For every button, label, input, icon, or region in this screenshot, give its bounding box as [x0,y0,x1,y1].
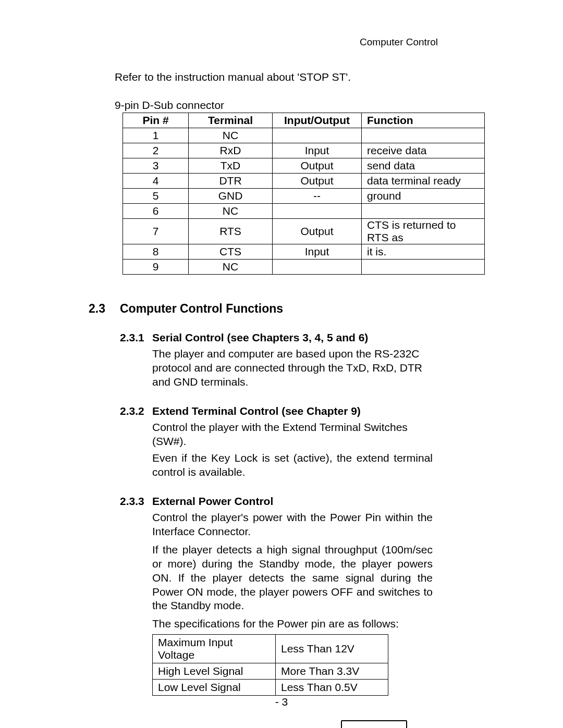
paragraph: The player and computer are based upon t… [152,347,433,389]
pin-table: Pin # Terminal Input/Output Function 1NC… [123,113,485,275]
table-caption: 9-pin D-Sub connector [115,99,500,112]
subsection-number: 2.3.3 [120,495,152,508]
table-row: Low Level SignalLess Than 0.5V [153,680,388,696]
paragraph: Control the player with the Extend Termi… [152,421,433,449]
intro-text: Refer to the instruction manual about 'S… [115,71,500,83]
table-row: 7RTSOutputCTS is returned to RTS as [123,219,485,244]
subsection-heading: 2.3.2 Extend Terminal Control (see Chapt… [120,405,500,417]
th-term: Terminal [189,113,273,128]
subsection-heading: 2.3.3 External Power Control [120,495,500,508]
table-row: 1NC [123,128,485,143]
section-heading: 2.3 Computer Control Functions [89,302,500,316]
spec-table: Maximum Input VoltageLess Than 12V High … [152,634,388,696]
pulse-diagram-icon: Standby mode more than 100 msec Power ON [156,715,500,728]
subsection-heading: 2.3.1 Serial Control (see Chapters 3, 4,… [120,331,500,344]
table-row: High Level SignalMore Than 3.3V [153,663,388,680]
subsection-title: External Power Control [152,495,273,508]
paragraph: If the player detects a high signal thro… [152,543,433,613]
table-row: 8CTSInputit is. [123,244,485,260]
paragraph: Even if the Key Lock is set (active), th… [152,451,433,479]
paragraph: The specifications for the Power pin are… [152,617,433,631]
section-number: 2.3 [89,302,120,316]
running-header: Computer Control [63,36,500,48]
table-row: 6NC [123,204,485,219]
subsection-number: 2.3.2 [120,405,152,417]
th-pin: Pin # [123,113,189,128]
th-io: Input/Output [273,113,362,128]
table-row: 3TxDOutputsend data [123,158,485,174]
table-row: 5GND--ground [123,189,485,204]
page-number: - 3 [0,696,563,708]
subsection-title: Extend Terminal Control (see Chapter 9) [152,405,361,417]
th-func: Function [362,113,485,128]
page: Computer Control Refer to the instructio… [0,0,563,728]
table-row: 9NC [123,260,485,275]
table-row: Maximum Input VoltageLess Than 12V [153,635,388,663]
subsection-number: 2.3.1 [120,331,152,344]
section-title: Computer Control Functions [120,302,283,316]
table-row: 2RxDInputreceive data [123,143,485,158]
paragraph: Control the player's power with the Powe… [152,511,433,539]
timing-diagram: Standby mode more than 100 msec Power ON [156,715,500,728]
subsection-title: Serial Control (see Chapters 3, 4, 5 and… [152,331,368,344]
table-row: 4DTROutputdata terminal ready [123,174,485,189]
